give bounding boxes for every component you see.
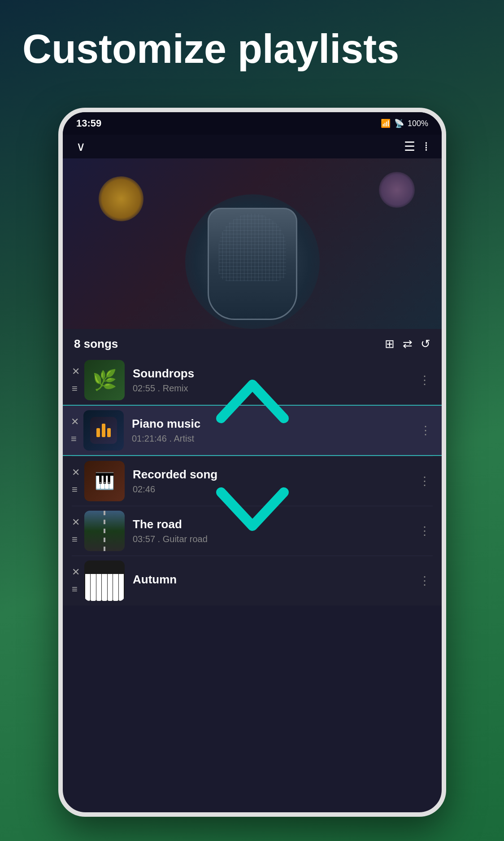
playlist-controls: ⊞ ⇄ ↺	[385, 337, 430, 351]
remove-autumn-button[interactable]: ✕	[72, 566, 80, 578]
song-thumbnail-road	[84, 511, 125, 551]
microphone-visual	[208, 208, 297, 320]
wifi-icon: 📶	[381, 118, 391, 128]
song-item-autumn[interactable]: ✕ ≡ Autumn ⋮	[63, 556, 442, 605]
song-thumbnail-soundrops: 🌿	[84, 360, 125, 400]
song-meta-road: 03:57 . Guitar road	[133, 534, 417, 544]
shuffle-icon[interactable]: ⇄	[403, 337, 413, 351]
drag-handle-piano[interactable]: ≡	[71, 433, 79, 445]
song-controls-left-road: ✕ ≡	[72, 517, 80, 545]
page-title: Customize playlists	[22, 27, 399, 71]
status-icons: 📶 📡 100%	[381, 118, 428, 128]
remove-road-button[interactable]: ✕	[72, 517, 80, 528]
song-thumbnail-piano	[83, 410, 124, 451]
song-meta-piano: 01:21:46 . Artist	[132, 434, 417, 444]
battery-label: 100%	[408, 119, 428, 128]
song-more-road[interactable]: ⋮	[417, 522, 433, 540]
status-bar: 13:59 📶 📡 100%	[63, 112, 442, 135]
song-controls-left-piano: ✕ ≡	[71, 416, 79, 445]
song-controls-left-recorded: ✕ ≡	[72, 467, 80, 495]
song-more-autumn[interactable]: ⋮	[417, 572, 433, 590]
nav-right: ☰ ⁞	[404, 139, 428, 154]
top-nav: ∨ ☰ ⁞	[63, 135, 442, 158]
drag-handle-road[interactable]: ≡	[72, 534, 80, 545]
song-thumbnail-autumn	[84, 561, 125, 601]
status-time: 13:59	[76, 118, 101, 129]
song-more-piano[interactable]: ⋮	[417, 421, 434, 440]
remove-song-button[interactable]: ✕	[72, 366, 80, 377]
more-options-icon[interactable]: ⁞	[424, 139, 428, 154]
drag-handle[interactable]: ≡	[72, 383, 80, 394]
purple-orb-decoration	[379, 172, 415, 208]
song-title-recorded: Recorded song	[133, 468, 417, 482]
keyboard-white-keys	[84, 574, 125, 601]
chevron-up-icon	[212, 378, 293, 427]
remove-piano-button[interactable]: ✕	[71, 416, 79, 428]
song-more-options[interactable]: ⋮	[417, 371, 433, 390]
song-title-autumn: Autumn	[133, 573, 417, 587]
back-chevron-icon[interactable]: ∨	[76, 139, 86, 154]
song-controls-left: ✕ ≡	[72, 366, 80, 394]
add-to-queue-icon[interactable]: ⊞	[385, 337, 395, 351]
signal-icon: 📡	[394, 118, 404, 128]
playlist-header: 8 songs ⊞ ⇄ ↺	[63, 329, 442, 355]
chevron-down-icon	[212, 483, 293, 533]
song-controls-left-autumn: ✕ ≡	[72, 566, 80, 595]
road-line	[104, 511, 105, 551]
drag-handle-autumn[interactable]: ≡	[72, 583, 80, 595]
drag-handle-recorded[interactable]: ≡	[72, 484, 80, 495]
hero-image	[63, 158, 442, 329]
moon-decoration	[99, 176, 143, 221]
songs-count: 8 songs	[74, 337, 118, 351]
audio-bar-icon	[96, 424, 111, 437]
song-more-recorded[interactable]: ⋮	[417, 472, 433, 491]
repeat-icon[interactable]: ↺	[421, 337, 430, 351]
piano-logo	[90, 417, 117, 444]
song-info-autumn: Autumn	[133, 573, 417, 589]
remove-recorded-button[interactable]: ✕	[72, 467, 80, 478]
playlist-icon[interactable]: ☰	[404, 139, 415, 154]
playlist-area: 8 songs ⊞ ⇄ ↺ ✕ ≡ 🌿 Soundrops 02:55 . Re…	[63, 329, 442, 605]
phone-frame: 13:59 📶 📡 100% ∨ ☰ ⁞ 8 songs ⊞ ⇄ ↺	[58, 108, 446, 817]
song-thumbnail-recorded: 🎹	[84, 461, 125, 501]
mic-mesh	[219, 214, 286, 281]
